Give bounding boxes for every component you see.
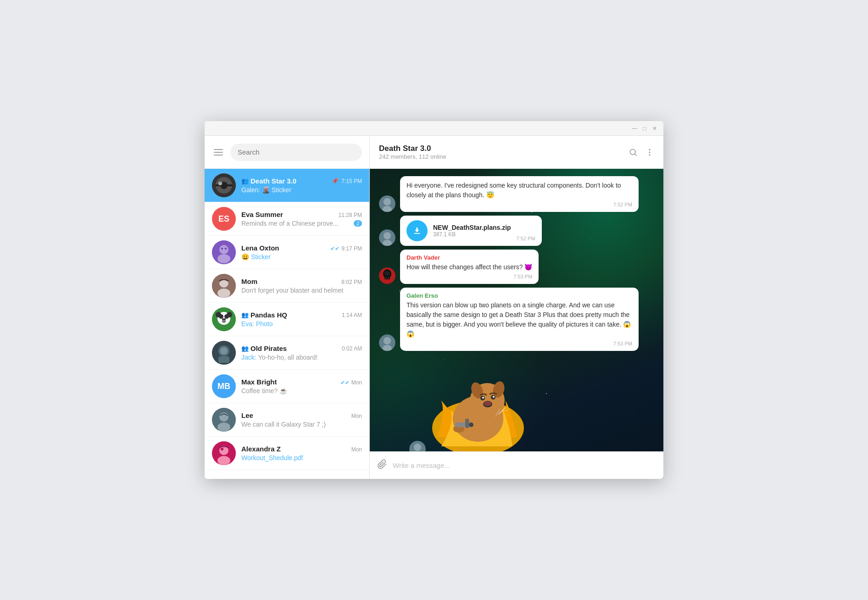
chat-item-alexandra-z[interactable]: Alexandra Z Mon Workout_Shedule.pdf [205, 437, 369, 470]
chat-name: Lena Oxton [241, 244, 279, 252]
minimize-button[interactable]: — [631, 125, 638, 132]
svg-rect-25 [218, 356, 229, 363]
sidebar-header [205, 136, 369, 169]
chat-top: 👥 Pandas HQ 1:14 AM [241, 311, 362, 319]
chat-name: 👥 Old Pirates [241, 344, 287, 352]
sender-avatar [409, 441, 426, 451]
svg-rect-50 [388, 278, 389, 278]
chat-top: 👥 Old Pirates 0:02 AM [241, 344, 362, 352]
chat-preview: Reminds me of a Chinese prove... 2 [241, 220, 362, 227]
pin-icon: 📌 [331, 178, 339, 184]
chat-top: 👥 Death Star 3.0 📌 7:15 PM [241, 177, 362, 185]
message-row: Darth Vader How will these changes affec… [379, 250, 654, 284]
sticker-area [379, 355, 654, 451]
svg-point-35 [649, 149, 650, 150]
svg-point-32 [221, 448, 223, 450]
chat-time: 7:15 PM [341, 178, 362, 184]
sender-avatar [379, 334, 395, 351]
svg-point-31 [217, 456, 230, 465]
file-info: NEW_DeathStar.plans.zip 387.1 KB [433, 224, 511, 238]
chat-item-death-star[interactable]: 👥 Death Star 3.0 📌 7:15 PM Galen: 🌋 Stic… [205, 169, 369, 202]
svg-point-33 [630, 149, 635, 155]
chat-item-mom[interactable]: Mom 8:02 PM Don't forget your blaster an… [205, 269, 369, 303]
group-icon: 👥 [241, 311, 249, 318]
close-button[interactable]: ✕ [651, 125, 658, 132]
svg-point-37 [649, 154, 650, 156]
svg-point-65 [493, 396, 495, 398]
chat-header-info: Death Star 3.0 242 members, 112 online [379, 144, 623, 160]
chat-item-lee[interactable]: Lee Mon We can call it Galaxy Star 7 ;) [205, 403, 369, 437]
chat-top: Lena Oxton ✔✔ 9:17 PM [241, 244, 362, 252]
chat-preview: Jack: Yo-ho-ho, all aboard! [241, 354, 362, 361]
chat-info: 👥 Death Star 3.0 📌 7:15 PM Galen: 🌋 Stic… [241, 177, 362, 194]
file-size: 387.1 KB [433, 231, 511, 238]
svg-point-28 [217, 422, 230, 432]
unread-badge: 2 [354, 220, 362, 227]
message-text: How will these changes affect the users?… [406, 262, 532, 272]
message-bubble: Darth Vader How will these changes affec… [400, 250, 539, 284]
chat-time: Mon [351, 379, 362, 386]
chat-info: Lena Oxton ✔✔ 9:17 PM 😀 Sticker [241, 244, 362, 261]
chat-item-eva-summer[interactable]: ES Eva Summer 11:28 PM Reminds me of a C… [205, 202, 369, 236]
svg-point-47 [384, 271, 390, 276]
read-check-icon: ✔✔ [330, 245, 339, 252]
search-input[interactable] [230, 144, 362, 161]
message-input[interactable] [393, 461, 656, 469]
sidebar: 👥 Death Star 3.0 📌 7:15 PM Galen: 🌋 Stic… [205, 136, 370, 479]
chat-name: Eva Summer [241, 211, 283, 218]
chat-top: Mom 8:02 PM [241, 278, 362, 285]
chat-top: Eva Summer 11:28 PM [241, 211, 362, 218]
svg-rect-48 [384, 277, 390, 279]
attach-button[interactable] [377, 459, 387, 472]
chat-header-name: Death Star 3.0 [379, 144, 623, 153]
chat-preview: Galen: 🌋 Sticker [241, 186, 362, 194]
menu-button[interactable] [212, 147, 225, 157]
message-time: 7:53 PM [406, 274, 532, 279]
file-message-bubble: NEW_DeathStar.plans.zip 387.1 KB 7:52 PM [400, 216, 542, 246]
more-options-button[interactable] [645, 148, 654, 157]
chat-time: Mon [351, 413, 362, 419]
chat-top: Alexandra Z Mon [241, 445, 362, 453]
chat-item-max-bright[interactable]: MB Max Bright ✔✔ Mon Coffee time? ☕ [205, 370, 369, 403]
chat-preview: 😀 Sticker [241, 253, 362, 261]
file-download-button[interactable] [406, 220, 428, 241]
message-row: Galen Erso This version can blow up two … [379, 288, 654, 351]
chat-name: Lee [241, 411, 253, 419]
avatar [212, 341, 236, 365]
message-bubble: Hi everyone. I've redesigned some key st… [400, 176, 639, 212]
svg-line-34 [635, 154, 637, 156]
svg-point-4 [218, 182, 222, 185]
message-row: Hi everyone. I've redesigned some key st… [379, 176, 654, 212]
read-check-icon: ✔✔ [340, 379, 350, 386]
chat-item-lena-oxton[interactable]: Lena Oxton ✔✔ 9:17 PM 😀 Sticker [205, 236, 369, 269]
message-row: NEW_DeathStar.plans.zip 387.1 KB 7:52 PM [379, 216, 654, 246]
chat-name: 👥 Death Star 3.0 [241, 177, 296, 185]
chat-name: Mom [241, 278, 257, 285]
search-chat-button[interactable] [629, 148, 638, 157]
svg-point-7 [217, 254, 230, 263]
svg-point-24 [220, 347, 228, 355]
svg-point-18 [222, 318, 224, 320]
chat-preview: Eva: Photo [241, 320, 362, 328]
avatar [212, 173, 236, 197]
chat-item-old-pirates[interactable]: 👥 Old Pirates 0:02 AM Jack: Yo-ho-ho, al… [205, 336, 369, 370]
avatar [212, 408, 236, 432]
svg-point-12 [217, 289, 230, 298]
chat-info: Max Bright ✔✔ Mon Coffee time? ☕ [241, 378, 362, 394]
chat-name: 👥 Pandas HQ [241, 311, 287, 319]
chat-name: Alexandra Z [241, 445, 281, 453]
svg-rect-44 [414, 233, 420, 234]
message-time: 7:52 PM [517, 236, 535, 241]
hamburger-icon [214, 155, 223, 156]
chat-time: 8:02 PM [341, 279, 362, 285]
messages-area: Hi everyone. I've redesigned some key st… [370, 169, 663, 451]
avatar [212, 274, 236, 298]
group-icon: 👥 [241, 178, 249, 184]
chat-info: Eva Summer 11:28 PM Reminds me of a Chin… [241, 211, 362, 227]
chat-preview: We can call it Galaxy Star 7 ;) [241, 421, 362, 428]
chat-item-pandas-hq[interactable]: 👥 Pandas HQ 1:14 AM Eva: Photo [205, 303, 369, 336]
chat-preview: Coffee time? ☕ [241, 387, 362, 394]
chat-info: Lee Mon We can call it Galaxy Star 7 ;) [241, 411, 362, 428]
sender-name: Galen Erso [406, 292, 632, 299]
maximize-button[interactable]: □ [641, 125, 648, 132]
